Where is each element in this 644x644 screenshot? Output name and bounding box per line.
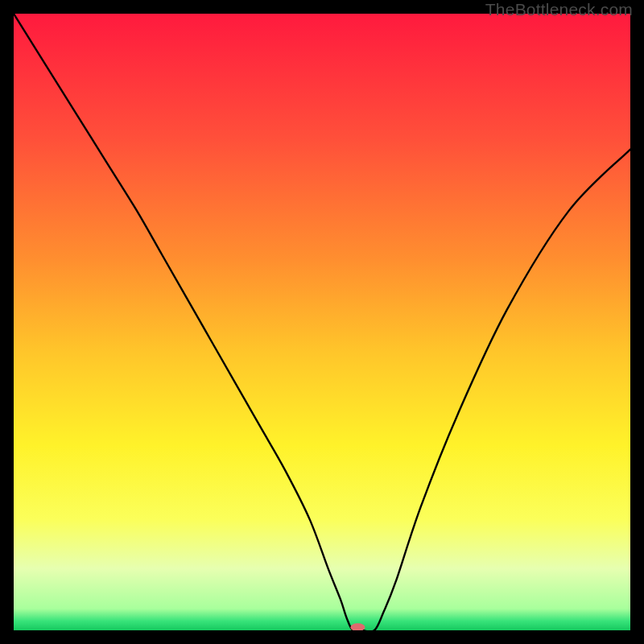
gradient-background xyxy=(14,14,630,630)
chart-frame: TheBottleneck.com xyxy=(0,0,644,644)
watermark-text: TheBottleneck.com xyxy=(485,0,633,19)
bottleneck-plot xyxy=(14,14,630,630)
